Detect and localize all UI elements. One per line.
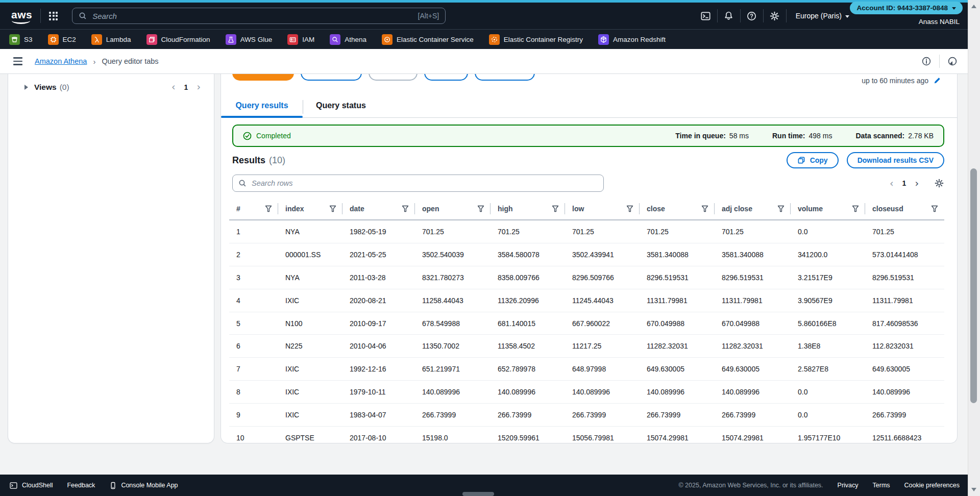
edit-pencil-icon[interactable] [933, 76, 942, 85]
footer-link-privacy[interactable]: Privacy [838, 482, 859, 489]
copy-button[interactable]: Copy [787, 152, 839, 168]
tab-query-results[interactable]: Query results [221, 101, 303, 110]
table-cell: 266.73999 [415, 404, 491, 426]
column-header-closeusd: closeusd [865, 198, 944, 219]
saved-queries-panel: Views (0) ‹ 1 › [8, 74, 214, 443]
global-search-input[interactable] [91, 11, 413, 21]
filter-funnel-icon[interactable] [265, 205, 272, 212]
chevron-right-icon[interactable]: › [197, 82, 201, 92]
hamburger-menu-icon[interactable] [13, 57, 22, 65]
cloudshell-icon[interactable] [695, 11, 717, 21]
cube-icon [598, 34, 609, 45]
filter-funnel-icon[interactable] [626, 205, 633, 212]
table-cell: 3.21517E9 [791, 266, 865, 289]
footer-link-terms[interactable]: Terms [873, 482, 890, 489]
settings-gear-icon[interactable] [764, 11, 786, 21]
notifications-bell-icon[interactable] [718, 11, 740, 21]
favorite-service-s3[interactable]: S3 [9, 34, 33, 45]
table-cell: 2020-08-21 [342, 289, 415, 312]
table-cell: 11358.4502 [491, 335, 565, 357]
account-id-badge[interactable]: Account ID: 9443-3387-0848 [850, 2, 963, 14]
footer-link-feedback[interactable]: Feedback [67, 482, 95, 489]
filter-funnel-icon[interactable] [701, 205, 708, 212]
search-rows-box[interactable] [232, 175, 604, 192]
scrollbar-thumb[interactable] [970, 168, 977, 403]
filter-funnel-icon[interactable] [852, 205, 859, 212]
services-grid-icon[interactable] [49, 12, 58, 20]
chevron-left-icon[interactable]: ‹ [172, 82, 176, 92]
chevron-left-icon[interactable]: ‹ [890, 179, 894, 188]
table-cell: 573.01441408 [865, 243, 944, 266]
breadcrumb-link-athena[interactable]: Amazon Athena [35, 57, 87, 65]
column-header-adjclose: adj close [715, 198, 791, 219]
account-id-label: Account ID: 9443-3387-0848 [856, 2, 948, 14]
filter-funnel-icon[interactable] [931, 205, 938, 212]
favorite-service-lambda[interactable]: Lambda [91, 34, 131, 45]
search-rows-input[interactable] [251, 179, 598, 188]
table-cell: 8296.519531 [715, 266, 791, 289]
results-page-number[interactable]: 1 [902, 179, 906, 187]
horizontal-scrollbar-fragment[interactable] [462, 492, 494, 496]
scroll-down-arrow[interactable] [971, 488, 976, 491]
reload-icon[interactable] [947, 56, 958, 66]
success-check-icon [243, 132, 252, 140]
footer-link-cloudshell[interactable]: CloudShell [9, 481, 53, 490]
download-results-csv-button[interactable]: Download results CSV [847, 152, 944, 168]
breadcrumb-separator: › [93, 57, 95, 66]
table-cell: 652.789978 [491, 358, 565, 380]
user-name[interactable]: Anass NABIL [919, 18, 960, 26]
table-row: 3NYA2011-03-288321.7802738358.0097668296… [229, 266, 944, 289]
table-cell: 670.049988 [715, 312, 791, 335]
tab-query-status[interactable]: Query status [316, 101, 366, 110]
flask-icon [226, 34, 236, 45]
footer-link-console-mobile-app[interactable]: Console Mobile App [109, 482, 178, 489]
column-header-label: high [498, 205, 513, 213]
secondary-action-button-clipped[interactable] [424, 74, 468, 81]
favorite-service-ec2[interactable]: EC2 [48, 34, 76, 45]
table-cell: 8321.780273 [415, 266, 491, 289]
secondary-action-button-clipped[interactable] [475, 74, 535, 81]
scroll-up-arrow[interactable] [971, 5, 976, 8]
favorite-service-elastic-container-service[interactable]: Elastic Container Service [382, 34, 474, 45]
favorite-service-aws-glue[interactable]: AWS Glue [226, 34, 273, 45]
disabled-action-button-clipped[interactable] [369, 74, 418, 81]
filter-funnel-icon[interactable] [477, 205, 484, 212]
info-icon[interactable] [921, 56, 932, 66]
aws-logo[interactable]: aws [11, 9, 32, 25]
table-cell: 667.960022 [565, 312, 640, 335]
query-status-banner: Completed Time in queue:58 msRun time:49… [232, 125, 944, 147]
primary-action-button-clipped[interactable] [232, 74, 294, 81]
table-cell: 3581.340088 [640, 243, 715, 266]
column-header-label: adj close [722, 205, 752, 213]
results-count: (10) [269, 155, 285, 166]
chevron-right-icon[interactable]: › [915, 179, 919, 188]
views-page-number[interactable]: 1 [184, 83, 188, 91]
filter-funnel-icon[interactable] [552, 205, 559, 212]
table-cell: 0.0 [791, 404, 865, 426]
favorite-service-cloudformation[interactable]: CloudFormation [146, 34, 210, 45]
column-header-label: close [647, 205, 665, 213]
top-navigation-bar: aws [Alt+S] Europe (Paris) [0, 3, 980, 29]
help-icon[interactable] [741, 11, 763, 21]
vertical-scrollbar[interactable] [968, 0, 980, 496]
table-row: 8IXIC1979-10-11140.089996140.089996140.0… [229, 381, 944, 404]
footer-link-cookie-preferences[interactable]: Cookie preferences [904, 482, 960, 489]
global-search-bar[interactable]: [Alt+S] [72, 8, 446, 24]
region-selector[interactable]: Europe (Paris) [787, 12, 849, 20]
secondary-action-button-clipped[interactable] [301, 74, 362, 81]
table-cell: 266.73999 [715, 404, 791, 426]
table-cell: 15209.59961 [491, 427, 565, 443]
filter-funnel-icon[interactable] [777, 205, 785, 212]
favorite-service-athena[interactable]: Athena [330, 34, 366, 45]
expand-triangle-icon[interactable] [24, 85, 28, 90]
column-header-: # [229, 198, 278, 219]
favorite-service-iam[interactable]: IAM [287, 34, 314, 45]
column-header-close: close [640, 198, 715, 219]
favorite-service-amazon-redshift[interactable]: Amazon Redshift [598, 34, 666, 45]
table-cell: IXIC [278, 289, 342, 312]
preferences-gear-icon[interactable] [934, 178, 944, 188]
filter-funnel-icon[interactable] [329, 205, 336, 212]
filter-funnel-icon[interactable] [402, 205, 409, 212]
table-cell: 11311.79981 [715, 289, 791, 312]
favorite-service-elastic-container-registry[interactable]: Elastic Container Registry [489, 34, 583, 45]
